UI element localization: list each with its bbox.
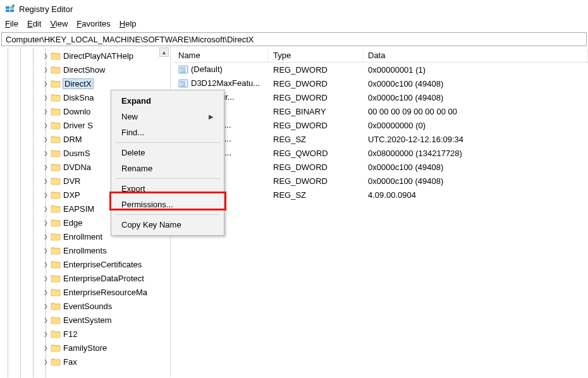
tree-label: DRM [63,135,82,144]
cm-copy-key-name[interactable]: Copy Key Name [111,217,224,233]
tree-scroll-up-icon[interactable]: ▴ [159,47,169,57]
numeric-value-icon: 011110 [178,78,188,88]
value-row[interactable]: 011110dVersionREG_BINARY00 00 00 09 00 0… [173,104,588,118]
svg-rect-1 [6,9,9,12]
submenu-arrow-icon: ▶ [209,113,214,120]
title-bar: Registry Editor [0,0,588,18]
tree-item-directx[interactable]: ❯DirectX [0,76,170,90]
value-data: 0x00000000 (0) [363,121,588,130]
tree-item-eventsystem[interactable]: ❯EventSystem [0,313,170,327]
col-header-type[interactable]: Type [268,49,363,62]
value-data: 0x0000c100 (49408) [363,176,588,186]
svg-point-4 [12,4,15,7]
folder-icon [51,79,61,88]
cm-new[interactable]: New ▶ [111,109,224,125]
value-data: 0x0000c100 (49408) [363,162,588,172]
value-data: 4.09.00.0904 [363,190,588,200]
value-type: REG_SZ [268,135,363,144]
folder-icon [51,93,61,102]
value-row[interactable]: 011110tureLevelREG_DWORD0x0000c100 (4940… [173,160,588,174]
value-row[interactable]: 011110MinFeatur...REG_DWORD0x0000c100 (4… [173,90,588,104]
folder-icon [51,190,61,199]
app-title: Registry Editor [19,4,73,14]
value-data: 0x00000001 (1) [363,65,588,75]
tree-label: Enrollments [63,246,107,255]
tree-label: DVR [63,176,80,186]
folder-icon [51,204,61,213]
value-data: UTC.2020-12-12.16:09:34 [363,135,588,144]
menu-favorites[interactable]: Favorites [77,19,110,28]
value-type: REG_DWORD [268,121,363,130]
tree-label: EnterpriseDataProtect [63,274,144,283]
tree-label: DirectX [63,79,93,88]
folder-icon [51,121,61,130]
value-row[interactable]: 011110(Default)REG_DWORD0x00000001 (1) [173,63,588,76]
cm-permissions[interactable]: Permissions... [111,197,224,212]
cm-new-label: New [121,112,138,121]
menu-help[interactable]: Help [119,19,137,28]
svg-rect-3 [10,9,14,12]
value-name: (Default) [191,64,223,74]
folder-icon [51,218,61,227]
tree-label: Downlo [63,107,90,116]
tree-item-enrollments[interactable]: ❯Enrollments [0,243,170,257]
col-header-name[interactable]: Name [173,49,268,62]
value-row[interactable]: abREG_SZ4.09.00.0904 [173,188,588,202]
cm-separator [115,178,220,179]
value-row[interactable]: ablaterStart...REG_SZUTC.2020-12-12.16:0… [173,132,588,146]
tree-label: DirectPlayNATHelp [63,51,133,61]
tree-item-directshow[interactable]: ❯DirectShow [0,63,170,76]
cm-export[interactable]: Export [111,181,224,197]
address-bar[interactable]: Computer\HKEY_LOCAL_MACHINE\SOFTWARE\Mic… [1,32,587,46]
value-type: REG_SZ [268,190,363,200]
cm-rename[interactable]: Rename [111,161,224,176]
value-type: REG_DWORD [268,65,363,75]
folder-icon [51,65,61,74]
numeric-value-icon: 011110 [178,64,188,75]
tree-item-eventsounds[interactable]: ❯EventSounds [0,299,170,313]
cm-expand[interactable]: Expand [111,93,224,109]
menu-edit[interactable]: Edit [27,19,41,28]
svg-rect-0 [6,6,9,9]
folder-icon [51,246,61,255]
cm-find[interactable]: Find... [111,125,224,140]
tree-item-directplaynathelp[interactable]: ❯DirectPlayNATHelp [0,49,170,63]
value-row[interactable]: 011110D3D12MaxFeatu...REG_DWORD0x0000c10… [173,76,588,90]
folder-icon [51,343,61,352]
value-type: REG_BINARY [268,107,363,116]
folder-icon [51,135,61,143]
value-row[interactable]: 011110dicatedVi...REG_QWORD0x08000000 (1… [173,146,588,160]
folder-icon [51,315,61,324]
folder-icon [51,302,61,310]
tree-label: EnterpriseResourceMa [63,288,147,297]
tree-label: Fax [63,357,77,367]
value-type: REG_DWORD [268,162,363,172]
menu-file[interactable]: File [5,19,18,28]
tree-item-f12[interactable]: ❯F12 [0,327,170,341]
tree-item-enterprisecertificates[interactable]: ❯EnterpriseCertificates [0,257,170,271]
tree-label: Enrollment [63,232,102,241]
tree-item-enterprisedataprotect[interactable]: ❯EnterpriseDataProtect [0,271,170,285]
value-data: 0x0000c100 (49408) [363,79,588,88]
cm-separator [115,214,220,215]
tree-label: EventSystem [63,315,112,325]
folder-icon [51,357,61,366]
cm-delete[interactable]: Delete [111,145,224,161]
folder-icon [51,176,61,185]
tree-item-enterpriseresourcema[interactable]: ❯EnterpriseResourceMa [0,285,170,299]
tree-label: DiskSna [63,93,94,102]
tree-label: F12 [63,329,77,339]
tree-item-fax[interactable]: ❯Fax [0,355,170,369]
value-row[interactable]: 011110laterStart...REG_DWORD0x00000000 (… [173,118,588,132]
menu-view[interactable]: View [50,19,68,28]
value-data: 0x0000c100 (49408) [363,93,588,102]
tree-item-familystore[interactable]: ❯FamilyStore [0,341,170,355]
col-header-data[interactable]: Data [363,49,588,62]
svg-text:110: 110 [180,83,186,87]
folder-icon [51,149,61,157]
cm-separator [115,142,220,143]
list-pane[interactable]: Name Type Data 011110(Default)REG_DWORD0… [173,46,588,377]
value-row[interactable]: 011110tureLevelREG_DWORD0x0000c100 (4940… [173,174,588,188]
context-menu: Expand New ▶ Find... Delete Rename Expor… [111,90,224,236]
tree-label: DVDNa [63,162,91,172]
